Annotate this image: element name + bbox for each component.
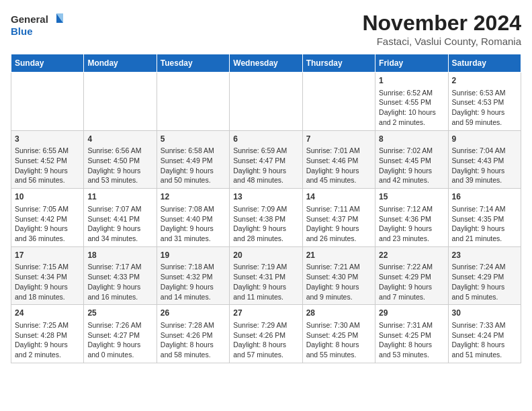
- calendar-cell: 23Sunrise: 7:24 AMSunset: 4:29 PMDayligh…: [448, 246, 521, 305]
- calendar-cell: 29Sunrise: 7:31 AMSunset: 4:25 PMDayligh…: [375, 305, 448, 363]
- day-info: Daylight: 8 hours and 53 minutes.: [379, 340, 444, 359]
- day-info: Sunset: 4:34 PM: [15, 272, 80, 282]
- day-info: Daylight: 9 hours and 45 minutes.: [306, 166, 371, 185]
- day-info: Daylight: 9 hours and 5 minutes.: [452, 282, 517, 302]
- calendar-cell: 26Sunrise: 7:28 AMSunset: 4:26 PMDayligh…: [157, 305, 229, 363]
- day-info: Daylight: 9 hours and 23 minutes.: [379, 224, 444, 243]
- calendar-cell: 14Sunrise: 7:11 AMSunset: 4:37 PMDayligh…: [302, 189, 375, 247]
- day-info: Sunrise: 6:56 AM: [87, 146, 152, 156]
- calendar-cell: 8Sunrise: 7:02 AMSunset: 4:45 PMDaylight…: [375, 130, 448, 189]
- day-number: 23: [452, 250, 517, 261]
- day-info: Daylight: 9 hours and 42 minutes.: [379, 166, 444, 185]
- day-info: Sunrise: 7:04 AM: [452, 146, 517, 156]
- calendar-cell: 27Sunrise: 7:29 AMSunset: 4:26 PMDayligh…: [230, 305, 302, 363]
- day-info: Sunset: 4:46 PM: [306, 156, 371, 166]
- weekday-header-friday: Friday: [375, 54, 448, 73]
- calendar-cell: 2Sunrise: 6:53 AMSunset: 4:53 PMDaylight…: [448, 73, 521, 131]
- day-info: Sunrise: 7:30 AM: [306, 320, 371, 330]
- day-number: 5: [161, 134, 226, 145]
- day-info: Sunrise: 7:15 AM: [15, 262, 80, 272]
- day-info: Sunrise: 7:02 AM: [379, 146, 444, 156]
- day-number: 13: [233, 191, 298, 203]
- day-info: Sunrise: 7:24 AM: [452, 262, 517, 272]
- day-info: Sunset: 4:31 PM: [233, 272, 298, 282]
- day-info: Daylight: 9 hours and 50 minutes.: [161, 166, 226, 185]
- day-info: Sunrise: 6:55 AM: [15, 146, 80, 156]
- calendar-cell: 9Sunrise: 7:04 AMSunset: 4:43 PMDaylight…: [448, 130, 521, 189]
- day-number: 17: [15, 250, 80, 261]
- calendar-cell: [84, 73, 157, 131]
- day-info: Sunset: 4:40 PM: [161, 214, 226, 224]
- day-info: Daylight: 9 hours and 11 minutes.: [233, 282, 298, 302]
- weekday-header-monday: Monday: [84, 54, 157, 73]
- day-number: 4: [87, 134, 152, 145]
- day-info: Sunset: 4:25 PM: [379, 330, 444, 340]
- calendar-cell: 18Sunrise: 7:17 AMSunset: 4:33 PMDayligh…: [84, 246, 157, 305]
- day-info: Daylight: 9 hours and 14 minutes.: [161, 282, 226, 302]
- day-info: Sunset: 4:29 PM: [379, 272, 444, 282]
- day-info: Daylight: 10 hours and 2 minutes.: [379, 107, 444, 127]
- calendar-cell: 13Sunrise: 7:09 AMSunset: 4:38 PMDayligh…: [230, 189, 302, 247]
- day-number: 16: [452, 191, 517, 203]
- day-info: Daylight: 9 hours and 31 minutes.: [161, 224, 226, 243]
- day-info: Daylight: 9 hours and 48 minutes.: [233, 166, 298, 185]
- day-number: 19: [161, 250, 226, 261]
- day-info: Sunset: 4:52 PM: [15, 156, 80, 166]
- day-info: Sunset: 4:30 PM: [306, 272, 371, 282]
- day-info: Daylight: 9 hours and 7 minutes.: [379, 282, 444, 302]
- day-info: Sunrise: 6:52 AM: [379, 88, 444, 98]
- calendar-table: SundayMondayTuesdayWednesdayThursdayFrid…: [11, 54, 521, 363]
- day-number: 14: [306, 191, 371, 203]
- day-number: 24: [15, 308, 80, 319]
- day-number: 28: [306, 308, 371, 319]
- calendar-cell: 1Sunrise: 6:52 AMSunset: 4:55 PMDaylight…: [375, 73, 448, 131]
- calendar-cell: [11, 73, 84, 131]
- day-info: Daylight: 9 hours and 53 minutes.: [87, 166, 152, 185]
- day-info: Sunset: 4:49 PM: [161, 156, 226, 166]
- calendar-cell: 20Sunrise: 7:19 AMSunset: 4:31 PMDayligh…: [230, 246, 302, 305]
- day-number: 18: [87, 250, 152, 261]
- day-info: Sunrise: 6:58 AM: [161, 146, 226, 156]
- page-title: November 2024: [362, 11, 521, 36]
- calendar-cell: 21Sunrise: 7:21 AMSunset: 4:30 PMDayligh…: [302, 246, 375, 305]
- day-info: Sunset: 4:27 PM: [87, 330, 152, 340]
- day-info: Sunset: 4:24 PM: [452, 330, 517, 340]
- weekday-header-thursday: Thursday: [302, 54, 375, 73]
- calendar-cell: 17Sunrise: 7:15 AMSunset: 4:34 PMDayligh…: [11, 246, 84, 305]
- day-info: Sunset: 4:43 PM: [452, 156, 517, 166]
- day-info: Sunset: 4:28 PM: [15, 330, 80, 340]
- calendar-cell: 22Sunrise: 7:22 AMSunset: 4:29 PMDayligh…: [375, 246, 448, 305]
- day-info: Sunrise: 7:29 AM: [233, 320, 298, 330]
- day-info: Sunset: 4:36 PM: [379, 214, 444, 224]
- day-info: Daylight: 8 hours and 55 minutes.: [306, 340, 371, 359]
- day-info: Sunrise: 7:21 AM: [306, 262, 371, 272]
- calendar-cell: 11Sunrise: 7:07 AMSunset: 4:41 PMDayligh…: [84, 189, 157, 247]
- calendar-cell: 30Sunrise: 7:33 AMSunset: 4:24 PMDayligh…: [448, 305, 521, 363]
- day-info: Daylight: 9 hours and 18 minutes.: [15, 282, 80, 302]
- day-number: 6: [233, 134, 298, 145]
- calendar-cell: [157, 73, 229, 131]
- day-number: 9: [452, 134, 517, 145]
- day-info: Sunrise: 7:28 AM: [161, 320, 226, 330]
- day-info: Sunset: 4:38 PM: [233, 214, 298, 224]
- calendar-week-4: 17Sunrise: 7:15 AMSunset: 4:34 PMDayligh…: [11, 246, 521, 305]
- day-info: Daylight: 9 hours and 2 minutes.: [15, 340, 80, 359]
- day-info: Sunset: 4:25 PM: [306, 330, 371, 340]
- day-info: Sunset: 4:45 PM: [379, 156, 444, 166]
- day-number: 15: [379, 191, 444, 203]
- day-info: Sunrise: 7:33 AM: [452, 320, 517, 330]
- calendar-cell: 24Sunrise: 7:25 AMSunset: 4:28 PMDayligh…: [11, 305, 84, 363]
- day-number: 26: [161, 308, 226, 319]
- day-info: Sunrise: 7:26 AM: [87, 320, 152, 330]
- calendar-cell: 12Sunrise: 7:08 AMSunset: 4:40 PMDayligh…: [157, 189, 229, 247]
- day-number: 29: [379, 308, 444, 319]
- day-info: Sunrise: 7:25 AM: [15, 320, 80, 330]
- day-number: 8: [379, 134, 444, 145]
- day-info: Sunset: 4:37 PM: [306, 214, 371, 224]
- day-number: 12: [161, 191, 226, 203]
- calendar-cell: 7Sunrise: 7:01 AMSunset: 4:46 PMDaylight…: [302, 130, 375, 189]
- day-info: Daylight: 9 hours and 9 minutes.: [306, 282, 371, 302]
- calendar-cell: 25Sunrise: 7:26 AMSunset: 4:27 PMDayligh…: [84, 305, 157, 363]
- day-info: Sunrise: 7:17 AM: [87, 262, 152, 272]
- day-info: Sunrise: 7:18 AM: [161, 262, 226, 272]
